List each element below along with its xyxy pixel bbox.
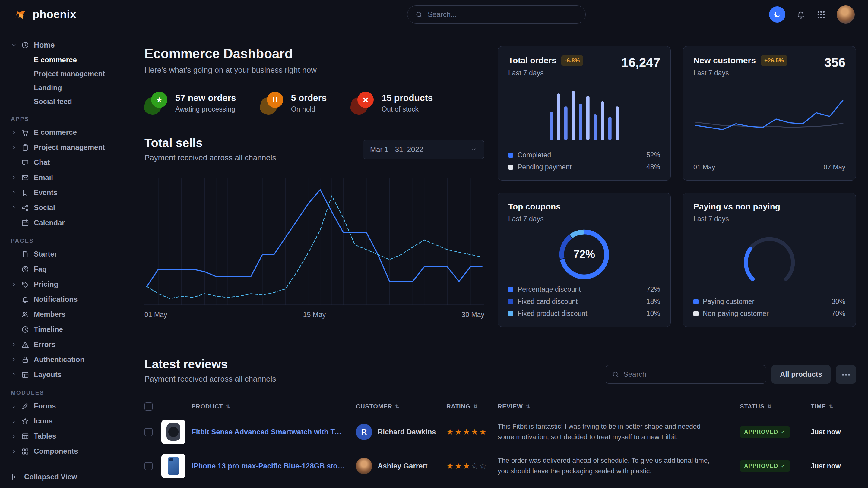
- caret-spacer: [11, 251, 17, 257]
- customer-avatar: R: [356, 424, 372, 440]
- bookmark-icon: [21, 189, 29, 197]
- chevron-down-icon: [471, 147, 477, 153]
- global-search-input[interactable]: [428, 10, 578, 19]
- sidebar-item-e-commerce[interactable]: E commerce: [0, 125, 125, 140]
- column-header-rating[interactable]: RATING: [446, 403, 498, 410]
- column-header-review[interactable]: REVIEW: [498, 403, 740, 410]
- card-period: Last 7 days: [508, 215, 561, 223]
- sidebar-item-label: Timeline: [34, 325, 63, 334]
- sidebar-item-events[interactable]: Events: [0, 185, 125, 200]
- caret-right-icon: [11, 357, 17, 363]
- sidebar-item-e-commerce[interactable]: E commerce: [0, 53, 125, 67]
- sidebar-item-social[interactable]: Social: [0, 200, 125, 215]
- legend-label: Non-paying customer: [703, 310, 769, 318]
- user-avatar[interactable]: [837, 5, 855, 24]
- sidebar-item-forms[interactable]: Forms: [0, 398, 125, 414]
- layout-icon: [21, 371, 29, 379]
- stat-subtitle: On hold: [291, 105, 327, 113]
- reviews-search[interactable]: [606, 365, 766, 384]
- rating-stars: ★★★☆☆: [446, 461, 498, 471]
- legend-swatch: [508, 299, 513, 304]
- trend-badge: +26.5%: [761, 56, 787, 66]
- sidebar-section-label: MODULES: [11, 389, 125, 396]
- caret-right-icon: [11, 449, 17, 454]
- sidebar-item-project-management[interactable]: Project management: [0, 140, 125, 155]
- sidebar-item-layouts[interactable]: Layouts: [0, 367, 125, 382]
- stat-circle-icon: ×: [358, 92, 374, 108]
- sidebar-item-home[interactable]: Home: [0, 38, 125, 53]
- table-row: iPhone 13 pro max-Pacific Blue-128GB sto…: [145, 449, 856, 483]
- donut-center-value: 72%: [555, 225, 614, 284]
- legend: Completed52%Pending payment48%: [508, 151, 660, 171]
- card-period: Last 7 days: [693, 215, 780, 223]
- sidebar-item-project-management[interactable]: Project management: [0, 67, 125, 81]
- sidebar-item-landing[interactable]: Landing: [0, 81, 125, 95]
- sidebar-item-components[interactable]: Components: [0, 444, 125, 459]
- kpi-cards-grid: Total orders -6.8% Last 7 days 16,247 Co…: [498, 46, 856, 327]
- sidebar-item-pricing[interactable]: Pricing: [0, 277, 125, 292]
- sidebar-item-notifications[interactable]: Notifications: [0, 292, 125, 307]
- sidebar-item-label: E commerce: [34, 128, 77, 136]
- sidebar-item-errors[interactable]: Errors: [0, 337, 125, 352]
- product-link[interactable]: iPhone 13 pro max-Pacific Blue-128GB sto…: [191, 462, 356, 470]
- select-all-checkbox[interactable]: [145, 402, 153, 411]
- stat-title: 57 new orders: [175, 93, 236, 103]
- sidebar-item-tables[interactable]: Tables: [0, 429, 125, 444]
- share-icon: [21, 204, 29, 212]
- brand[interactable]: phoenix: [13, 7, 76, 22]
- legend-value: 30%: [832, 297, 845, 306]
- legend-item: Percentage discount72%: [508, 286, 660, 294]
- star-filled-icon: ★: [446, 461, 454, 471]
- collapse-icon: [11, 473, 19, 481]
- caret-spacer: [11, 266, 17, 272]
- caret-spacer: [11, 297, 17, 302]
- latest-reviews-title: Latest reviews: [145, 357, 276, 371]
- product-link[interactable]: Fitbit Sense Advanced Smartwatch with To…: [191, 428, 356, 436]
- tag-icon: [21, 280, 29, 289]
- sidebar-item-social-feed[interactable]: Social feed: [0, 95, 125, 108]
- stat-subtitle: Out of stock: [381, 105, 433, 113]
- global-search[interactable]: [407, 5, 586, 24]
- row-checkbox[interactable]: [145, 428, 153, 436]
- sidebar-item-label: Layouts: [34, 370, 62, 379]
- collapsed-view-toggle[interactable]: Collapsed View: [0, 465, 125, 488]
- legend-label: Fixed product discount: [518, 310, 587, 318]
- all-products-button[interactable]: All products: [772, 365, 831, 384]
- top-navbar: phoenix: [0, 0, 868, 29]
- stat-text: 57 new ordersAwating processing: [175, 93, 236, 113]
- sidebar-item-authentication[interactable]: Authentication: [0, 352, 125, 367]
- sidebar-item-starter[interactable]: Starter: [0, 247, 125, 262]
- reviews-search-input[interactable]: [623, 370, 760, 379]
- sidebar-item-faq[interactable]: Faq: [0, 262, 125, 277]
- column-header-customer[interactable]: CUSTOMER: [356, 403, 446, 410]
- row-checkbox[interactable]: [145, 462, 153, 470]
- more-options-button[interactable]: ⋯: [836, 365, 856, 384]
- sidebar-item-members[interactable]: Members: [0, 307, 125, 322]
- sidebar-item-label: Pricing: [34, 280, 58, 289]
- legend: Paying customer30%Non-paying customer70%: [693, 297, 845, 318]
- top-coupons-card: Top coupons Last 7 days 72% Percentage d…: [498, 193, 671, 327]
- table-row: Fitbit Sense Advanced Smartwatch with To…: [145, 415, 856, 449]
- date-range-select[interactable]: Mar 1 - 31, 2022: [363, 140, 484, 159]
- legend-item: Fixed product discount10%: [508, 310, 660, 318]
- paying-gauge-chart: [730, 235, 809, 286]
- sidebar-item-label: Social: [34, 203, 55, 212]
- column-header-time[interactable]: TIME: [811, 403, 856, 410]
- sidebar-item-calendar[interactable]: Calendar: [0, 215, 125, 230]
- sidebar-item-label: Starter: [34, 250, 57, 258]
- sidebar-item-timeline[interactable]: Timeline: [0, 322, 125, 337]
- column-header-product[interactable]: PRODUCT: [191, 403, 356, 410]
- notifications-bell-icon[interactable]: [796, 10, 806, 19]
- sidebar-item-chat[interactable]: Chat: [0, 155, 125, 170]
- sidebar-item-icons[interactable]: Icons: [0, 414, 125, 429]
- legend-item: Completed52%: [508, 151, 660, 159]
- sidebar-item-email[interactable]: Email: [0, 170, 125, 185]
- sidebar-item-label: Home: [34, 41, 55, 50]
- theme-toggle-button[interactable]: [769, 6, 785, 23]
- main-content: Ecommerce Dashboard Here's what's going …: [125, 29, 868, 488]
- apps-grid-icon[interactable]: [816, 10, 826, 19]
- sidebar-item-label: Events: [34, 188, 58, 197]
- sidebar-section-label: PAGES: [11, 237, 125, 244]
- caret-right-icon: [11, 190, 17, 196]
- column-header-status[interactable]: STATUS: [740, 403, 811, 410]
